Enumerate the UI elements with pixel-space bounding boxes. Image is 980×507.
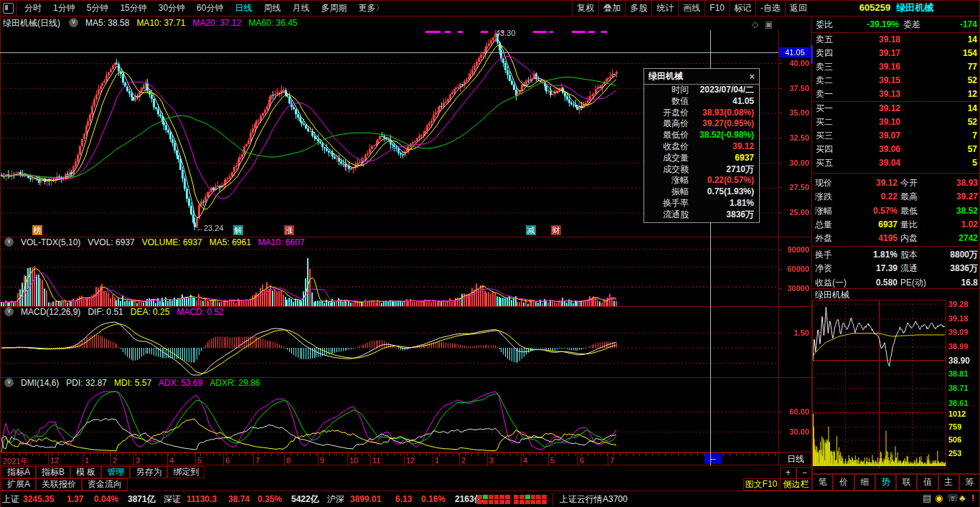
period-tab-3[interactable]: 5分钟 [81,0,115,16]
zoom-in-button[interactable]: + [780,467,796,479]
bid-row[interactable]: 买二39.1052 [813,115,980,129]
index-name[interactable]: 沪深 [327,491,344,507]
side-tab-价[interactable]: 价 [833,474,854,491]
period-tab-5[interactable]: 30分钟 [153,0,191,16]
macd-chart[interactable] [0,319,778,377]
event-badge-涨[interactable]: 涨 [284,225,294,235]
collapse-icon[interactable]: ∨ [4,307,14,316]
intraday-mini-chart[interactable] [812,300,946,412]
window-icon[interactable] [3,3,14,14]
toolbar-item-6[interactable]: F10 [705,0,729,16]
toolbar-item-1[interactable]: 复权 [572,0,598,16]
alert-icon[interactable]: ! [971,493,974,503]
side-tab-细[interactable]: 细 [854,474,875,491]
crosshair-horizontal [0,52,778,53]
index-name[interactable]: 深证 [164,491,181,507]
index-value[interactable]: 3245.35 [23,491,54,507]
graphic-f10-button[interactable]: 图文F10 [743,478,779,491]
bottom-tab-管理[interactable]: 管理 [101,466,130,478]
index-amount[interactable]: 3871亿 [128,491,156,507]
ask-row[interactable]: 卖二39.1552 [813,74,980,87]
collapse-icon[interactable]: ∨ [4,237,14,247]
heat-cell [531,495,536,499]
phone-icon[interactable]: ☏ [947,493,958,503]
index-change[interactable]: 1.37 [67,491,83,507]
diamond-icon[interactable]: ◇ [752,19,758,29]
period-tab-8[interactable]: 周线 [258,0,286,16]
close-icon[interactable]: × [749,69,755,84]
panel-icon[interactable]: ▣ [765,19,773,29]
stat-value: 0.22 [850,190,897,204]
period-tab-1[interactable]: 分时 [19,0,47,16]
date-axis-label: 7 [255,456,260,465]
collapse-icon[interactable]: ∨ [69,18,78,27]
list-icon[interactable]: ▤ [923,493,931,503]
zoom-out-button[interactable]: − [796,467,813,479]
period-tab-2[interactable]: 1分钟 [47,0,81,16]
event-badge-榜[interactable]: 榜 [32,225,42,235]
side-tab-势[interactable]: 势 [875,474,896,491]
bid-row[interactable]: 买四39.0657 [813,143,980,156]
index-value[interactable]: 11130.3 [187,491,217,507]
toolbar-item-4[interactable]: 统计 [651,0,678,16]
period-tab-9[interactable]: 月线 [286,0,315,16]
bottom-tab-扩展A[interactable]: 扩展A [1,478,36,491]
bottom-tab-模 板[interactable]: 模 板 [70,466,101,478]
toolbar-item-7[interactable]: 标记 [729,0,755,16]
bid-row[interactable]: 买一39.1214 [813,102,980,115]
event-badge-财[interactable]: 财 [551,225,561,235]
period-tab-10[interactable]: 多周期 [315,0,352,16]
ask-row[interactable]: 卖五39.1814 [813,33,980,47]
indicator-value: MA20: 37.12 [192,18,241,28]
event-badge-减[interactable]: 减 [526,225,536,235]
tree-icon[interactable]: ♣ [959,493,966,503]
collapse-icon[interactable]: ∨ [4,378,14,387]
toolbar-item-5[interactable]: 画线 [678,0,705,16]
intraday-mini-volume[interactable] [812,413,946,468]
ask-row[interactable]: 卖三39.1677 [813,60,980,74]
side-tab-值[interactable]: 值 [917,474,938,491]
bid-row[interactable]: 买五39.045 [813,156,980,170]
event-badge-解[interactable]: 解 [233,225,243,235]
bottom-tab-另存为[interactable]: 另存为 [130,466,167,478]
index-change[interactable]: 6.13 [395,491,412,507]
period-tab-4[interactable]: 15分钟 [114,0,152,16]
bottom-tab-关联报价[interactable]: 关联报价 [36,478,82,491]
period-tab-11[interactable]: 更多〉 [352,0,390,16]
side-tab-联[interactable]: 联 [896,474,917,491]
index-pct[interactable]: 0.35% [258,491,282,507]
index-name[interactable]: 上证 [2,491,19,507]
index-amount[interactable]: 5422亿 [291,491,319,507]
dmi-chart[interactable] [0,390,778,452]
bid-row[interactable]: 买三39.077 [813,129,980,143]
bottom-tab-指标A[interactable]: 指标A [1,466,36,478]
coin-icon[interactable]: ◉ [935,493,943,503]
index-change[interactable]: 38.74 [228,491,250,507]
toolbar-item-9[interactable]: 返回 [785,0,811,16]
toolbar-item-2[interactable]: 叠加 [598,0,625,16]
side-tab-筹[interactable]: 筹 [959,474,980,491]
index-pct[interactable]: 0.16% [421,491,446,507]
indicator-value: ADXR: 29.86 [209,378,260,388]
quote-feed-label[interactable]: 上证云行情A3700 [560,491,628,507]
bottom-tab-资金流向[interactable]: 资金流向 [82,478,128,491]
toolbar-item-3[interactable]: 多股 [625,0,651,16]
stat-value: 16.8 [961,276,978,290]
ask-row[interactable]: 卖一39.1312 [813,87,980,101]
level-price: 39.13 [856,87,900,101]
ask-row[interactable]: 卖四39.17154 [813,47,980,60]
side-tab-主[interactable]: 主 [938,474,959,491]
price-axis-label: 25.00 [783,208,809,217]
volume-chart[interactable] [0,248,778,306]
index-value[interactable]: 3899.01 [350,491,381,507]
period-tab-7[interactable]: 日线 [229,0,258,16]
period-tab-6[interactable]: 60分钟 [191,0,229,16]
bottom-tab-绑定到[interactable]: 绑定到 [167,466,204,478]
heat-cell [505,500,510,504]
side-tab-笔[interactable]: 笔 [812,474,833,491]
index-pct[interactable]: 0.04% [94,491,118,507]
toolbar-item-8[interactable]: -自选 [755,0,785,16]
side-panel-button[interactable]: 侧边栏《 [780,478,812,491]
stat-value: 0.580 [850,276,897,290]
bottom-tab-指标B[interactable]: 指标B [36,466,70,478]
